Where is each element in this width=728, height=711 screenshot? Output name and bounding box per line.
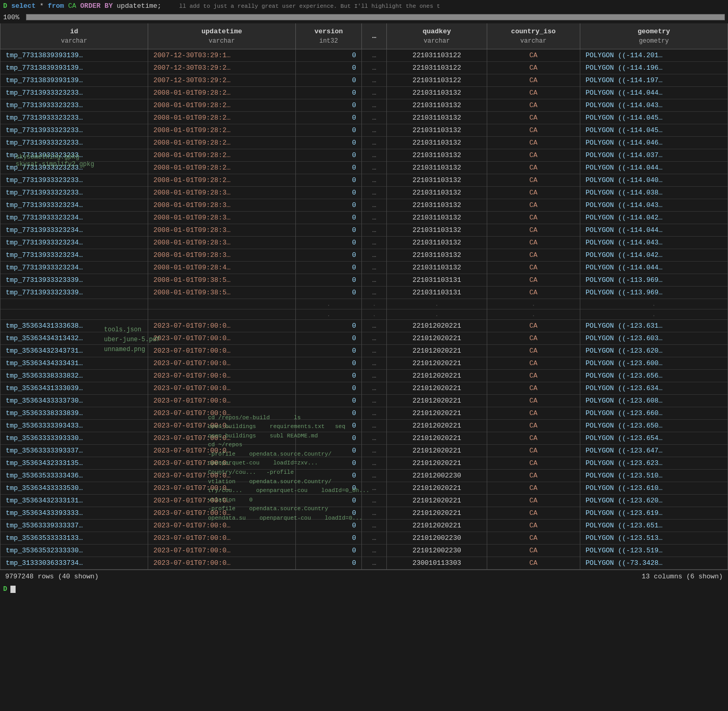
table-row: tmp_35363339333337…2023-07-01T07:00:0…0…… (1, 520, 728, 532)
cell-country-iso: CA (487, 249, 580, 262)
table-row: tmp_35363433393333…2023-07-01T07:00:0…0…… (1, 507, 728, 520)
cell-updatetime: 2023-07-01T07:00:0… (148, 320, 296, 332)
cell-version: 0 (296, 74, 362, 87)
cell-id: tmp_77313933323233… (1, 174, 148, 187)
table-row: tmp_77313839393139…2007-12-30T03:29:1…0…… (1, 49, 728, 62)
table-row: tmp_35363533333133…2023-07-01T07:00:0…0…… (1, 532, 728, 545)
cell-version: 0 (296, 162, 362, 174)
table-row: tmp_35363431333039…2023-07-01T07:00:0…0…… (1, 382, 728, 395)
cell-version: 0 (296, 212, 362, 224)
cell-quadkey: 221012020221 (387, 382, 487, 395)
cell-quadkey: 221031103132 (387, 137, 487, 149)
cell-version: 0 (296, 420, 362, 432)
cell-geometry: POLYGON ((-114.042… (580, 212, 727, 224)
cell-geometry: POLYGON ((-114.042… (580, 249, 727, 262)
cell-quadkey: 221012002230 (387, 470, 487, 482)
cell-version: 0 (296, 49, 362, 62)
cell-updatetime: 2023-07-01T07:00:0… (148, 332, 296, 345)
cell-geometry: POLYGON ((-114.044… (580, 162, 727, 174)
cell-ellipsis: … (361, 445, 386, 457)
cell-version: 0 (296, 482, 362, 495)
cell-version: 0 (296, 445, 362, 457)
cell-ellipsis: … (361, 495, 386, 507)
cell-quadkey: 221012020221 (387, 482, 487, 495)
table-row: tmp_35363433333530…2023-07-01T07:00:0…0…… (1, 482, 728, 495)
table-row: tmp_35363532333330…2023-07-01T07:00:0…0…… (1, 545, 728, 557)
cell-quadkey: 221031103132 (387, 212, 487, 224)
cell-id: tmp_31333036333734… (1, 557, 148, 570)
cell-quadkey: 221031103132 (387, 262, 487, 274)
cell-country-iso: CA (487, 457, 580, 470)
cell-quadkey: 221012020221 (387, 370, 487, 382)
cell-geometry: POLYGON ((-123.631… (580, 320, 727, 332)
cell-quadkey: 221031103132 (387, 224, 487, 237)
cell-updatetime: 2007-12-30T03:29:2… (148, 62, 296, 74)
cell-ellipsis: … (361, 332, 386, 345)
cell-country-iso: CA (487, 99, 580, 112)
cell-id: tmp_77313933323233… (1, 124, 148, 137)
cell-id: tmp_35363339333337… (1, 520, 148, 532)
separator-cell: . (387, 299, 487, 309)
cell-ellipsis: … (361, 287, 386, 299)
cell-id: tmp_77313933323234… (1, 199, 148, 212)
progress-label: 100% (3, 14, 23, 21)
separator-cell: . (296, 299, 362, 309)
cell-updatetime: 2023-07-01T07:00:0… (148, 532, 296, 545)
cell-id: tmp_35363434313432… (1, 332, 148, 345)
cell-version: 0 (296, 470, 362, 482)
table-row: tmp_77313933323233…2008-01-01T09:28:2…0…… (1, 137, 728, 149)
cell-ellipsis: … (361, 149, 386, 162)
cell-version: 0 (296, 137, 362, 149)
cell-version: 0 (296, 532, 362, 545)
cell-geometry: POLYGON ((-123.513… (580, 532, 727, 545)
cell-id: tmp_35363431333638… (1, 320, 148, 332)
cursor (10, 586, 16, 593)
table-row: tmp_35363434333431…2023-07-01T07:00:0…0…… (1, 357, 728, 370)
cell-ellipsis: … (361, 482, 386, 495)
separator-cell: . (580, 299, 727, 309)
cell-country-iso: CA (487, 395, 580, 407)
cell-updatetime: 2023-07-01T07:00:0… (148, 457, 296, 470)
cell-version: 0 (296, 407, 362, 420)
cell-ellipsis: … (361, 249, 386, 262)
cell-updatetime: 2023-07-01T07:00:0… (148, 407, 296, 420)
col-updatetime: updatetime varchar (148, 23, 296, 49)
cell-updatetime: 2008-01-01T09:38:5… (148, 287, 296, 299)
table-row: tmp_35363333393337…2023-07-01T07:00:0…0…… (1, 445, 728, 457)
cell-updatetime: 2023-07-01T07:00:0… (148, 495, 296, 507)
cell-updatetime: 2008-01-01T09:28:2… (148, 149, 296, 162)
cell-quadkey: 221031103132 (387, 112, 487, 124)
bottom-prompt[interactable]: D (0, 583, 728, 595)
cell-geometry: POLYGON ((-123.654… (580, 432, 727, 445)
cell-version: 0 (296, 62, 362, 74)
cell-quadkey: 221012020221 (387, 457, 487, 470)
cell-geometry: POLYGON ((-114.043… (580, 199, 727, 212)
cell-quadkey: 221012020221 (387, 445, 487, 457)
cell-ellipsis: … (361, 274, 386, 287)
sql-from: from (48, 2, 64, 10)
cell-country-iso: CA (487, 557, 580, 570)
cell-quadkey: 221031103132 (387, 199, 487, 212)
terminal-window: D select * from CA ORDER BY updatetime; … (0, 0, 728, 595)
cell-quadkey: 221031103132 (387, 237, 487, 249)
cell-geometry: POLYGON ((-114.201… (580, 49, 727, 62)
table-row: tmp_35363333393330…2023-07-01T07:00:0…0…… (1, 432, 728, 445)
separator-cell (1, 299, 148, 309)
cell-geometry: POLYGON ((-123.519… (580, 545, 727, 557)
results-table-wrapper[interactable]: id varchar updatetime varchar version in… (0, 23, 728, 570)
table-row: tmp_35363432333135…2023-07-01T07:00:0…0…… (1, 457, 728, 470)
table-row: tmp_35363333393433…2023-07-01T07:00:0…0…… (1, 420, 728, 432)
table-row: tmp_35363433333730…2023-07-01T07:00:0…0…… (1, 395, 728, 407)
cell-quadkey: 221031103132 (387, 124, 487, 137)
cell-version: 0 (296, 87, 362, 99)
cell-country-iso: CA (487, 212, 580, 224)
cell-id: tmp_35363338333839… (1, 407, 148, 420)
table-row: tmp_77313839393139…2007-12-30T03:29:2…0…… (1, 74, 728, 87)
cell-country-iso: CA (487, 432, 580, 445)
table-row: tmp_31333036333734…2023-07-01T07:00:0…0…… (1, 557, 728, 570)
cell-ellipsis: … (361, 357, 386, 370)
cell-quadkey: 221012002230 (387, 532, 487, 545)
cell-id: tmp_77313933323233… (1, 99, 148, 112)
cell-country-iso: CA (487, 137, 580, 149)
separator-cell: . (387, 309, 487, 320)
